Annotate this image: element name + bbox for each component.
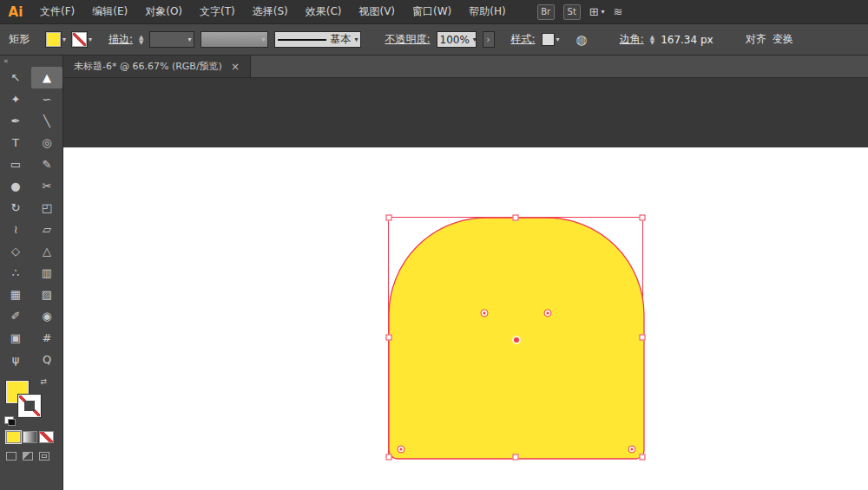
- symbol-sprayer-tool[interactable]: ∴: [0, 262, 31, 284]
- style-label[interactable]: 样式:: [511, 32, 536, 47]
- lasso-tool[interactable]: ∽: [31, 88, 62, 110]
- handle-bottom-left[interactable]: [386, 454, 392, 461]
- bridge-button[interactable]: Br: [537, 4, 555, 20]
- direct-selection-tool[interactable]: ▲: [31, 67, 62, 88]
- collapse-toolbar-button[interactable]: «: [0, 56, 62, 67]
- zoom-tool[interactable]: Q: [31, 349, 62, 370]
- opacity-field[interactable]: 100% ▾: [437, 31, 477, 48]
- width-tool-icon: ≀: [14, 223, 18, 236]
- workspace-switcher[interactable]: ⊞ ▾: [589, 5, 605, 18]
- gradient-button[interactable]: [23, 431, 37, 443]
- stroke-color-swatch[interactable]: [72, 32, 87, 47]
- handle-middle-left[interactable]: [386, 335, 392, 341]
- perspective-grid-tool[interactable]: △: [31, 240, 62, 262]
- none-button[interactable]: [39, 431, 54, 443]
- handle-middle-right[interactable]: [640, 335, 646, 341]
- brush-definition-select[interactable]: ▾: [201, 31, 268, 48]
- blend-tool[interactable]: ◉: [31, 305, 62, 327]
- eyedropper-tool[interactable]: ✐: [0, 305, 31, 327]
- share-icon[interactable]: ≋: [614, 5, 623, 18]
- hand-tool[interactable]: ψ: [0, 349, 31, 370]
- draw-normal-mode-button[interactable]: [6, 452, 16, 461]
- menu-edit[interactable]: 编辑(E): [83, 0, 136, 23]
- handle-top-left[interactable]: [386, 215, 392, 221]
- style-select[interactable]: ▾: [542, 33, 560, 46]
- width-tool[interactable]: ≀: [0, 219, 31, 240]
- shape-center-point[interactable]: [514, 337, 519, 343]
- type-tool[interactable]: T: [0, 132, 31, 154]
- mesh-tool[interactable]: ▦: [0, 284, 31, 305]
- menu-help[interactable]: 帮助(H): [460, 0, 514, 23]
- selection-tool-icon: ↖: [11, 71, 21, 84]
- handle-bottom-center[interactable]: [513, 454, 519, 461]
- spiral-tool-icon: ◎: [42, 136, 51, 149]
- corner-widget-top-left[interactable]: [481, 310, 489, 317]
- gradient-tool[interactable]: ▨: [31, 284, 62, 305]
- menu-select[interactable]: 选择(S): [244, 0, 297, 23]
- corner-radius-value[interactable]: 167.34 px: [661, 34, 713, 46]
- stepper-down-icon[interactable]: ▼: [139, 40, 143, 45]
- scissors-tool[interactable]: ✂: [31, 175, 62, 197]
- free-transform-tool-icon: ▱: [43, 223, 51, 236]
- slice-tool[interactable]: #: [31, 327, 62, 349]
- draw-inside-mode-button[interactable]: [39, 452, 49, 461]
- magic-wand-tool[interactable]: ✦: [0, 88, 31, 110]
- menu-window[interactable]: 窗口(W): [404, 0, 460, 23]
- pen-tool[interactable]: ✒: [0, 110, 31, 132]
- menu-view[interactable]: 视图(V): [350, 0, 404, 23]
- align-panel-button[interactable]: 对齐: [746, 32, 766, 47]
- stroke-weight-select[interactable]: ▾: [149, 31, 194, 48]
- tab-close-icon[interactable]: ×: [231, 61, 240, 73]
- corner-widget-bottom-left[interactable]: [398, 446, 405, 454]
- transform-panel-button[interactable]: 变换: [773, 32, 793, 47]
- default-fill-stroke-icon[interactable]: [4, 416, 14, 424]
- stroke-color-dropdown[interactable]: ▾: [72, 32, 92, 47]
- color-button[interactable]: [6, 431, 21, 443]
- mesh-tool-icon: ▦: [10, 288, 21, 301]
- pencil-tool[interactable]: ✎: [31, 154, 62, 175]
- more-options-button[interactable]: ›: [483, 31, 495, 48]
- paintbrush-tool[interactable]: ╲: [31, 110, 62, 132]
- blob-brush-tool[interactable]: ●: [0, 175, 31, 197]
- menu-object[interactable]: 对象(O): [136, 0, 191, 23]
- scale-tool[interactable]: ◰: [31, 197, 62, 219]
- free-transform-tool[interactable]: ▱: [31, 219, 62, 240]
- chevron-down-icon: ▾: [62, 36, 66, 43]
- stock-button[interactable]: St: [563, 4, 581, 20]
- corner-radius-stepper[interactable]: ▲ ▼: [650, 35, 654, 45]
- canvas[interactable]: [63, 78, 868, 490]
- rotate-tool[interactable]: ↻: [0, 197, 31, 219]
- stepper-down-icon[interactable]: ▼: [650, 40, 654, 45]
- selection-bounding-box[interactable]: [388, 217, 643, 458]
- fill-color-swatch[interactable]: [46, 32, 61, 47]
- rectangle-tool[interactable]: ▭: [0, 154, 31, 175]
- stroke-weight-label[interactable]: 描边:: [108, 32, 133, 47]
- stroke-weight-stepper[interactable]: ▲ ▼: [139, 35, 143, 45]
- handle-bottom-right[interactable]: [640, 454, 646, 461]
- recolor-artwork-icon[interactable]: ◍: [576, 32, 588, 48]
- workspace-icon: ⊞: [589, 5, 599, 18]
- corner-widget-bottom-right[interactable]: [628, 446, 636, 454]
- stroke-color-box[interactable]: [18, 395, 41, 417]
- draw-behind-mode-button[interactable]: [23, 452, 33, 461]
- pasteboard: [63, 78, 868, 147]
- spiral-tool[interactable]: ◎: [31, 132, 62, 154]
- blob-brush-tool-icon: ●: [10, 180, 20, 193]
- handle-top-center[interactable]: [513, 215, 519, 221]
- selection-tool[interactable]: ↖: [0, 67, 31, 88]
- shape-builder-tool[interactable]: ◇: [0, 240, 31, 262]
- tool-context-label: 矩形: [9, 32, 30, 47]
- corner-label[interactable]: 边角:: [620, 32, 644, 47]
- stroke-style-select[interactable]: 基本 ▾: [274, 31, 361, 48]
- corner-widget-top-right[interactable]: [544, 310, 552, 317]
- menu-file[interactable]: 文件(F): [31, 0, 83, 23]
- opacity-label[interactable]: 不透明度:: [385, 32, 430, 47]
- swap-fill-stroke-icon[interactable]: ⇄: [40, 377, 47, 386]
- handle-top-right[interactable]: [640, 215, 646, 221]
- fill-color-dropdown[interactable]: ▾: [46, 32, 66, 47]
- document-tab[interactable]: 未标题-6* @ 66.67% (RGB/预览) ×: [63, 56, 251, 77]
- menu-type[interactable]: 文字(T): [191, 0, 244, 23]
- artboard-tool[interactable]: ▣: [0, 327, 31, 349]
- column-graph-tool[interactable]: ▥: [31, 262, 62, 284]
- menu-effect[interactable]: 效果(C): [297, 0, 351, 23]
